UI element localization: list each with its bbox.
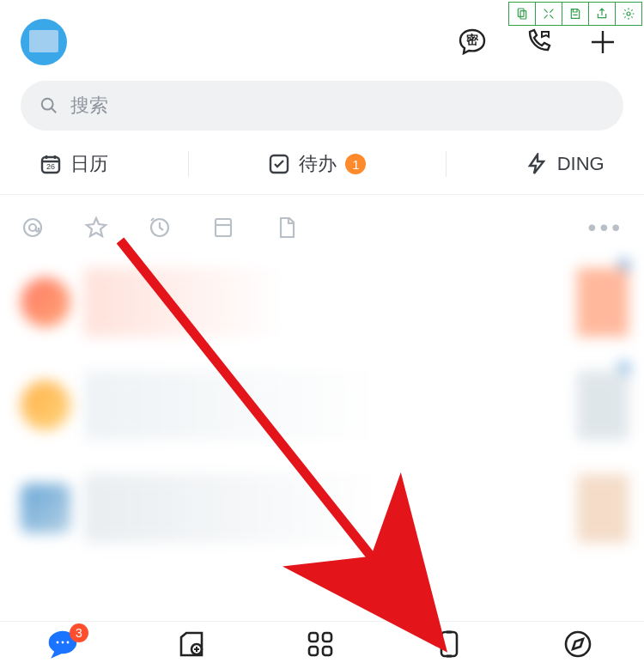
todo-label: 待办	[299, 151, 337, 177]
filter-row: •••	[0, 195, 644, 260]
ding-icon	[526, 153, 549, 175]
calendar-icon: 26	[39, 153, 62, 175]
svg-point-13	[57, 642, 59, 644]
svg-rect-20	[323, 647, 331, 655]
list-item[interactable]	[15, 260, 629, 344]
svg-rect-17	[309, 633, 318, 642]
search-bar-container: 搜索	[0, 81, 644, 143]
separator	[188, 151, 189, 177]
at-filter-icon[interactable]	[21, 216, 45, 240]
quick-actions-row: 26 日历 待办 1 DING	[0, 143, 644, 195]
list-avatar	[21, 277, 70, 327]
svg-point-9	[29, 224, 36, 231]
search-placeholder: 搜索	[70, 93, 108, 119]
nav-docs[interactable]	[176, 629, 210, 663]
calendar-button[interactable]: 26 日历	[39, 151, 108, 177]
svg-rect-18	[323, 633, 331, 642]
svg-point-22	[566, 632, 590, 656]
svg-text:26: 26	[46, 162, 55, 171]
svg-text:密: 密	[466, 33, 479, 46]
tool-share-icon[interactable]	[588, 2, 616, 26]
archive-filter-icon[interactable]	[211, 216, 235, 240]
search-icon	[39, 96, 58, 115]
nav-contacts[interactable]	[434, 629, 468, 663]
tool-expand-icon[interactable]	[535, 2, 562, 26]
svg-rect-1	[520, 11, 526, 19]
avatar[interactable]	[21, 19, 67, 65]
list-body	[84, 474, 577, 543]
svg-rect-21	[441, 632, 457, 656]
list-tail	[577, 268, 629, 337]
todo-icon	[268, 153, 290, 175]
list-avatar	[21, 484, 70, 533]
separator	[446, 151, 447, 177]
list-tail	[577, 371, 629, 440]
star-filter-icon[interactable]	[84, 216, 108, 240]
tool-settings-icon[interactable]	[615, 2, 642, 26]
list-item[interactable]	[15, 363, 629, 447]
file-filter-icon[interactable]	[275, 216, 299, 240]
svg-point-4	[42, 99, 53, 110]
secret-chat-icon[interactable]: 密	[452, 21, 493, 63]
more-filters-icon[interactable]: •••	[588, 214, 623, 241]
add-icon[interactable]	[582, 21, 623, 63]
nav-messages[interactable]: 3	[47, 629, 82, 663]
ding-button[interactable]: DING	[526, 153, 605, 175]
list-body	[84, 268, 577, 337]
search-input[interactable]: 搜索	[21, 81, 623, 131]
ding-label: DING	[557, 153, 605, 175]
bottom-nav: 3	[0, 621, 644, 669]
screenshot-tool-toolbar	[509, 2, 642, 26]
conversation-list	[0, 260, 644, 550]
list-body	[84, 371, 577, 440]
calendar-label: 日历	[70, 151, 108, 177]
nav-discover[interactable]	[562, 629, 597, 663]
svg-point-14	[62, 642, 64, 644]
svg-point-2	[627, 12, 630, 15]
svg-rect-19	[309, 647, 318, 655]
svg-rect-11	[216, 219, 231, 236]
svg-rect-0	[518, 9, 524, 16]
tool-save-icon[interactable]	[562, 2, 589, 26]
tool-copy-icon[interactable]	[508, 2, 536, 26]
nav-workbench[interactable]	[305, 629, 339, 663]
svg-point-15	[67, 642, 70, 644]
list-avatar	[21, 380, 70, 430]
todo-badge: 1	[345, 154, 366, 174]
list-tail	[577, 474, 629, 543]
video-call-icon[interactable]	[517, 21, 558, 63]
todo-button[interactable]: 待办 1	[268, 151, 366, 177]
recent-filter-icon[interactable]	[148, 216, 172, 240]
list-item[interactable]	[15, 466, 629, 550]
nav-messages-badge: 3	[70, 623, 88, 642]
